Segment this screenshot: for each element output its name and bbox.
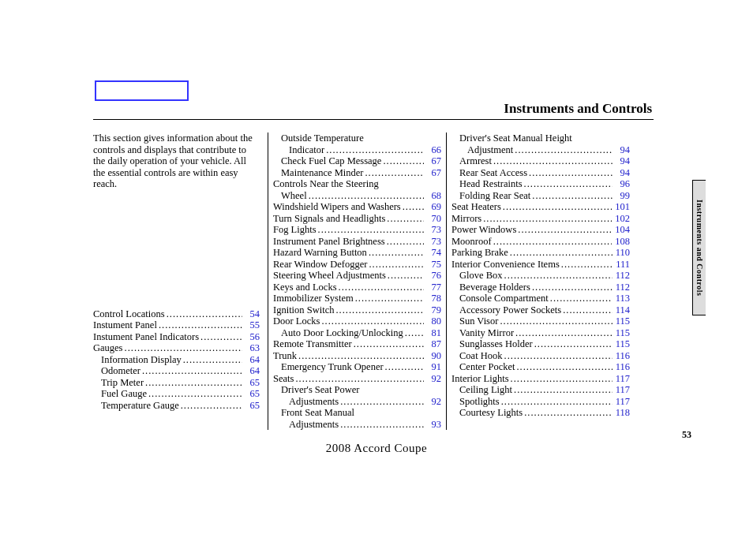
toc-entry[interactable]: Adjustments92 [273,396,441,408]
toc-page-number[interactable]: 65 [244,400,260,412]
toc-entry[interactable]: Door Locks80 [273,315,441,327]
toc-page-number[interactable]: 102 [613,213,630,225]
toc-entry[interactable]: Moonroof108 [451,236,630,248]
toc-entry[interactable]: Adjustments93 [273,419,441,431]
toc-page-number[interactable]: 81 [425,327,441,339]
toc-page-number[interactable]: 96 [614,178,630,190]
toc-page-number[interactable]: 55 [244,319,260,331]
toc-page-number[interactable]: 69 [425,201,441,213]
toc-page-number[interactable]: 92 [425,373,441,385]
toc-entry[interactable]: Instrument Panel Brightness73 [273,236,441,248]
toc-page-number[interactable]: 115 [614,338,630,350]
toc-page-number[interactable]: 90 [425,350,441,362]
toc-entry[interactable]: Fuel Gauge65 [93,388,260,400]
toc-page-number[interactable]: 76 [425,270,441,282]
toc-entry[interactable]: Interior Convenience Items111 [451,259,630,271]
toc-page-number[interactable]: 94 [614,167,630,179]
toc-entry[interactable]: Armrest94 [451,155,630,167]
toc-entry[interactable]: Instument Panel55 [93,319,260,331]
toc-entry[interactable]: Power Windows104 [451,224,630,236]
toc-page-number[interactable]: 66 [425,144,441,156]
toc-entry[interactable]: Accessory Power Sockets114 [451,304,630,316]
toc-entry[interactable]: Immobilizer System78 [273,293,441,304]
toc-page-number[interactable]: 54 [244,308,260,320]
toc-entry[interactable]: Seats92 [273,373,441,385]
toc-entry[interactable]: Keys and Locks77 [273,282,441,293]
toc-page-number[interactable]: 74 [425,247,441,259]
toc-page-number[interactable]: 93 [425,419,441,431]
toc-page-number[interactable]: 64 [244,354,260,366]
toc-entry[interactable]: Auto Door Locking/Unlocking81 [273,327,441,339]
toc-page-number[interactable]: 112 [614,282,630,293]
toc-page-number[interactable]: 112 [614,270,630,282]
toc-entry[interactable]: Ceiling Light117 [451,384,630,396]
toc-entry[interactable]: Center Pocket116 [451,361,630,373]
toc-entry[interactable]: Steering Wheel Adjustments76 [273,270,441,282]
toc-entry[interactable]: Control Locations54 [93,308,260,320]
toc-page-number[interactable]: 117 [614,373,630,385]
toc-page-number[interactable]: 94 [614,144,630,156]
toc-page-number[interactable]: 67 [425,155,441,167]
toc-page-number[interactable]: 67 [425,167,441,179]
toc-entry-wrap-pre[interactable]: Front Seat Manual [273,407,441,419]
toc-entry[interactable]: Information Display64 [93,354,260,366]
toc-entry[interactable]: Check Fuel Cap Message67 [273,155,441,167]
toc-entry[interactable]: Windshield Wipers and Washers69 [273,201,441,213]
toc-page-number[interactable]: 113 [614,293,630,304]
toc-page-number[interactable]: 92 [425,396,441,408]
toc-entry[interactable]: Sun Visor115 [451,315,630,327]
toc-entry-wrap-pre[interactable]: Outside Temperature [273,133,441,144]
toc-page-number[interactable]: 116 [614,350,630,362]
toc-page-number[interactable]: 111 [614,259,630,271]
toc-page-number[interactable]: 118 [614,407,630,419]
toc-entry[interactable]: Odometer64 [93,365,260,377]
toc-entry[interactable]: Remote Transmitter87 [273,338,441,350]
toc-entry[interactable]: Mirrors102 [451,213,630,225]
toc-page-number[interactable]: 78 [425,293,441,304]
toc-page-number[interactable]: 94 [614,155,630,167]
toc-page-number[interactable]: 114 [614,304,630,316]
toc-page-number[interactable]: 64 [244,365,260,377]
toc-page-number[interactable]: 110 [614,247,630,259]
toc-entry[interactable]: Ignition Switch79 [273,304,441,316]
toc-page-number[interactable]: 99 [614,190,630,202]
toc-page-number[interactable]: 117 [614,396,630,408]
toc-page-number[interactable]: 68 [425,190,441,202]
toc-entry[interactable]: Head Restraints96 [451,178,630,190]
toc-entry[interactable]: Gauges63 [93,342,260,354]
toc-page-number[interactable]: 108 [613,236,630,248]
toc-entry[interactable]: Trunk90 [273,350,441,362]
toc-page-number[interactable]: 73 [425,236,441,248]
toc-entry[interactable]: Temperature Gauge65 [93,400,260,412]
toc-page-number[interactable]: 56 [244,331,260,343]
toc-entry[interactable]: Sunglasses Holder115 [451,338,630,350]
toc-entry-wrap-pre[interactable]: Driver's Seat Manual Height [451,133,630,144]
toc-page-number[interactable]: 75 [425,259,441,271]
toc-page-number[interactable]: 116 [614,361,630,373]
toc-entry[interactable]: Coat Hook116 [451,350,630,362]
toc-entry[interactable]: Instument Panel Indicators56 [93,331,260,343]
toc-entry[interactable]: Fog Lights73 [273,224,441,236]
toc-entry[interactable]: Interior Lights117 [451,373,630,385]
toc-entry[interactable]: Adjustment94 [451,144,630,156]
toc-entry[interactable]: Wheel68 [273,190,441,202]
toc-entry-wrap-pre[interactable]: Controls Near the Steering [273,178,441,190]
toc-entry[interactable]: Seat Heaters101 [451,201,630,213]
toc-entry[interactable]: Rear Window Defogger75 [273,259,441,271]
toc-entry[interactable]: Maintenance Minder67 [273,167,441,179]
toc-page-number[interactable]: 80 [425,315,441,327]
toc-entry[interactable]: Emergency Trunk Opener91 [273,361,441,373]
toc-page-number[interactable]: 73 [425,224,441,236]
toc-entry[interactable]: Folding Rear Seat99 [451,190,630,202]
toc-entry[interactable]: Vanity Mirror115 [451,327,630,339]
toc-entry[interactable]: Indicator66 [273,144,441,156]
toc-page-number[interactable]: 104 [613,224,630,236]
toc-page-number[interactable]: 91 [425,361,441,373]
toc-entry[interactable]: Glove Box112 [451,270,630,282]
toc-page-number[interactable]: 65 [244,377,260,389]
toc-entry[interactable]: Spotlights117 [451,396,630,408]
toc-page-number[interactable]: 77 [425,282,441,293]
main-menu-link-box[interactable] [95,80,189,101]
toc-page-number[interactable]: 63 [244,342,260,354]
toc-entry[interactable]: Trip Meter65 [93,377,260,389]
